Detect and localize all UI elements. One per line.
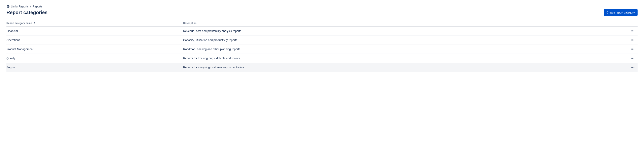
create-report-category-button[interactable]: Create report category <box>604 9 638 16</box>
categories-table: Report category name Description Financi… <box>6 20 638 72</box>
cell-category-name: Product Management <box>6 45 183 54</box>
more-icon: ••• <box>631 38 635 42</box>
cell-category-name: Support <box>6 63 183 72</box>
column-header-name[interactable]: Report category name <box>6 20 183 26</box>
table-row: OperationsCapacity, utilization and prod… <box>6 36 638 45</box>
table-row: QualityReports for tracking bugs, defect… <box>6 54 638 63</box>
page-header: Report categories Create report category <box>6 9 638 16</box>
cell-category-description: Capacity, utilization and productivity r… <box>183 36 626 45</box>
sort-asc-icon <box>34 22 35 24</box>
breadcrumb-root-link[interactable]: Limbr Reports <box>6 5 28 8</box>
more-icon: ••• <box>631 47 635 51</box>
cell-actions: ••• <box>626 54 638 63</box>
table-row: FinancialRevenue, cost and profitability… <box>6 26 638 36</box>
breadcrumb-root-label: Limbr Reports <box>11 5 28 8</box>
cell-actions: ••• <box>626 36 638 45</box>
cell-category-name: Quality <box>6 54 183 63</box>
more-actions-button[interactable]: ••• <box>630 28 636 34</box>
cell-category-name: Operations <box>6 36 183 45</box>
breadcrumb-current-link[interactable]: Reports <box>32 5 42 8</box>
cell-category-description: Reports for analyzing customer support a… <box>183 63 626 72</box>
page-title: Report categories <box>6 10 48 15</box>
column-header-description: Description <box>183 20 626 26</box>
more-actions-button[interactable]: ••• <box>630 38 636 42</box>
app-logo-icon <box>6 5 10 8</box>
more-actions-button[interactable]: ••• <box>630 65 636 70</box>
more-icon: ••• <box>631 66 635 69</box>
cell-category-description: Revenue, cost and profitability analysis… <box>183 26 626 36</box>
breadcrumb-separator: / <box>30 5 31 8</box>
cell-actions: ••• <box>626 26 638 36</box>
more-actions-button[interactable]: ••• <box>630 47 636 52</box>
cell-actions: ••• <box>626 63 638 72</box>
table-row: SupportReports for analyzing customer su… <box>6 63 638 72</box>
breadcrumb: Limbr Reports / Reports <box>6 5 638 8</box>
more-icon: ••• <box>631 56 635 60</box>
cell-category-description: Roadmap, backlog and other planning repo… <box>183 45 626 54</box>
column-header-actions <box>626 20 638 26</box>
cell-category-description: Reports for tracking bugs, defects and r… <box>183 54 626 63</box>
table-row: Product ManagementRoadmap, backlog and o… <box>6 45 638 54</box>
cell-category-name: Financial <box>6 26 183 36</box>
breadcrumb-current-label: Reports <box>32 5 42 8</box>
more-icon: ••• <box>631 29 635 33</box>
cell-actions: ••• <box>626 45 638 54</box>
more-actions-button[interactable]: ••• <box>630 56 636 60</box>
